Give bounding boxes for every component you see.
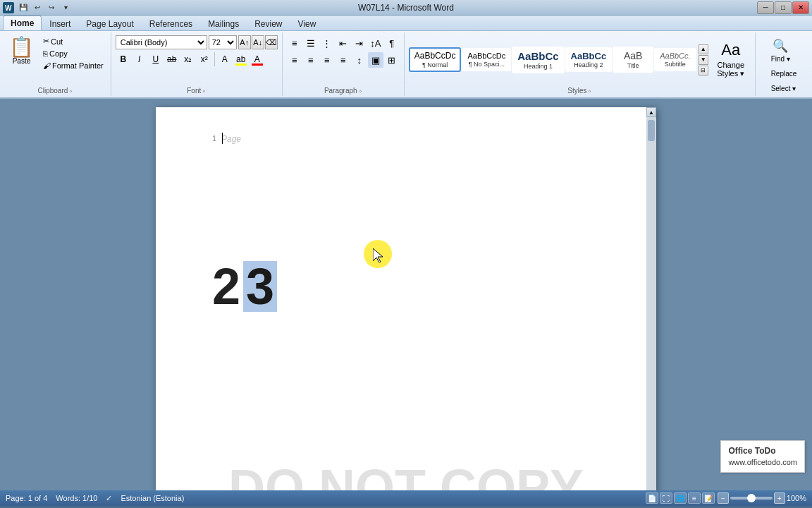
format-painter-button[interactable]: 🖌 Format Painter xyxy=(40,60,106,71)
font-color-button[interactable]: A xyxy=(250,52,265,67)
styles-expand-icon[interactable]: ⬦ xyxy=(588,87,591,94)
subscript-button[interactable]: x₂ xyxy=(180,52,196,67)
text-effects-button[interactable]: A xyxy=(217,52,233,67)
style-normal[interactable]: AaBbCcDc ¶ Normal xyxy=(409,47,462,71)
font-size-select[interactable]: 72 xyxy=(209,35,237,49)
scroll-up-arrow[interactable]: ▲ xyxy=(646,107,656,117)
scroll-thumb[interactable] xyxy=(648,120,655,141)
paste-button[interactable]: 📋 Paste xyxy=(4,35,39,67)
clipboard-group: 📋 Paste ✂ Cut ⎘ Copy 🖌 Format Painter C xyxy=(0,32,111,96)
language-indicator[interactable]: Estonian (Estonia) xyxy=(121,494,184,502)
cut-button[interactable]: ✂ Cut xyxy=(40,35,106,47)
bold-button[interactable]: B xyxy=(116,52,131,67)
tab-insert[interactable]: Insert xyxy=(42,16,78,30)
style-h1-preview: AaBbCc xyxy=(517,50,558,63)
zoom-slider[interactable] xyxy=(730,497,773,500)
close-button[interactable]: ✕ xyxy=(792,1,809,14)
titlebar: W 💾 ↩ ↪ ▾ W07L14 - Microsoft Word ─ □ ✕ xyxy=(0,0,812,16)
maximize-button[interactable]: □ xyxy=(775,1,792,14)
multilevel-list-button[interactable]: ⋮ xyxy=(319,35,335,51)
font-size-adjust: A↑ A↓ ⌫ xyxy=(238,35,278,49)
scrollbar-vertical[interactable]: ▲ ▼ xyxy=(646,107,656,490)
document-area: 1 Page 2 3 DO NOT COPY ▲ ▼ Office ToDo xyxy=(0,99,812,490)
save-button[interactable]: 💾 xyxy=(17,2,30,13)
paragraph-expand-icon[interactable]: ⬦ xyxy=(359,87,362,94)
tab-view[interactable]: View xyxy=(290,16,324,30)
shading-button[interactable]: ▣ xyxy=(368,52,383,68)
proofing-check-icon: ✓ xyxy=(106,494,112,503)
justify-button[interactable]: ≡ xyxy=(336,52,351,68)
clipboard-expand-icon[interactable]: ⬦ xyxy=(69,87,73,94)
clipboard-small-buttons: ✂ Cut ⎘ Copy 🖌 Format Painter xyxy=(40,35,106,71)
styles-group: AaBbCcDc ¶ Normal AaBbCcDc ¶ No Spaci...… xyxy=(405,32,756,96)
copy-button[interactable]: ⎘ Copy xyxy=(40,48,106,59)
copy-icon: ⎘ xyxy=(43,49,48,58)
zoom-out-button[interactable]: − xyxy=(718,492,729,504)
styles-scroll-up[interactable]: ▲ xyxy=(699,44,708,54)
italic-button[interactable]: I xyxy=(132,52,147,67)
web-layout-view-button[interactable]: 🌐 xyxy=(674,492,687,504)
align-right-button[interactable]: ≡ xyxy=(319,52,335,68)
font-expand-icon[interactable]: ⬦ xyxy=(202,87,206,94)
tab-review[interactable]: Review xyxy=(247,16,290,30)
document-page[interactable]: 1 Page 2 3 DO NOT COPY ▲ ▼ xyxy=(156,107,656,490)
decrease-font-button[interactable]: A↓ xyxy=(252,35,264,49)
zoom-in-button[interactable]: + xyxy=(774,492,785,504)
increase-indent-button[interactable]: ⇥ xyxy=(352,35,367,51)
styles-scroll-more[interactable]: ⊟ xyxy=(699,66,708,75)
clipboard-label: Clipboard ⬦ xyxy=(3,87,108,95)
office-todo-box: Office ToDo www.officetodo.com xyxy=(720,440,805,473)
page-info[interactable]: Page: 1 of 4 xyxy=(6,494,47,502)
find-button[interactable]: 🔍 Find ▾ xyxy=(766,35,795,66)
full-screen-view-button[interactable]: ⛶ xyxy=(660,492,672,504)
style-subtitle[interactable]: AaBbCc. Subtitle xyxy=(654,48,696,71)
word-count[interactable]: Words: 1/10 xyxy=(56,494,97,502)
style-title[interactable]: AaB Title xyxy=(613,47,653,73)
minimize-button[interactable]: ─ xyxy=(757,1,774,14)
style-heading1[interactable]: AaBbCc Heading 1 xyxy=(512,47,564,73)
zoom-controls: − + 100% xyxy=(718,492,806,504)
draft-view-button[interactable]: 📝 xyxy=(702,492,715,504)
tab-page-layout[interactable]: Page Layout xyxy=(78,16,141,30)
font-color-bar xyxy=(252,64,263,66)
line-spacing-button[interactable]: ↕ xyxy=(352,52,367,68)
underline-button[interactable]: U xyxy=(148,52,164,67)
style-nospacing[interactable]: AaBbCcDc ¶ No Spaci... xyxy=(462,48,511,71)
numbered-list-button[interactable]: ☰ xyxy=(303,35,319,51)
undo-button[interactable]: ↩ xyxy=(31,2,44,13)
align-center-button[interactable]: ≡ xyxy=(303,52,319,68)
format-painter-label: Format Painter xyxy=(52,61,104,70)
show-formatting-button[interactable]: ¶ xyxy=(384,35,400,51)
styles-label: Styles ⬦ xyxy=(407,87,752,95)
font-color-text: A xyxy=(254,54,260,64)
styles-content: AaBbCcDc ¶ Normal AaBbCcDc ¶ No Spaci...… xyxy=(407,34,752,85)
print-layout-view-button[interactable]: 📄 xyxy=(646,492,658,504)
redo-button[interactable]: ↪ xyxy=(45,2,58,13)
decrease-indent-button[interactable]: ⇤ xyxy=(336,35,351,51)
style-h2-preview: AaBbCc xyxy=(571,51,607,62)
font-name-select[interactable]: Calibri (Body) xyxy=(116,35,207,49)
tab-references[interactable]: References xyxy=(142,16,200,30)
bullet-list-button[interactable]: ≡ xyxy=(287,35,302,51)
outline-view-button[interactable]: ≡ xyxy=(688,492,701,504)
styles-scroll-down[interactable]: ▼ xyxy=(699,55,708,65)
sort-button[interactable]: ↕A xyxy=(368,35,383,51)
tab-mailings[interactable]: Mailings xyxy=(200,16,247,30)
clear-format-button[interactable]: ⌫ xyxy=(265,35,278,49)
select-button[interactable]: Select ▾ xyxy=(766,82,801,95)
replace-button[interactable]: Replace xyxy=(766,67,802,80)
style-heading2[interactable]: AaBbCc Heading 2 xyxy=(565,47,613,73)
zoom-slider-thumb[interactable] xyxy=(747,494,756,502)
customize-qa-button[interactable]: ▾ xyxy=(59,2,72,13)
highlight-color-button[interactable]: ab xyxy=(233,52,249,67)
change-styles-button[interactable]: Aa Change Styles ▾ xyxy=(711,37,751,82)
cursor-highlight xyxy=(364,240,392,268)
increase-font-button[interactable]: A↑ xyxy=(238,35,251,49)
align-left-button[interactable]: ≡ xyxy=(287,52,302,68)
office-todo-url: www.officetodo.com xyxy=(728,457,797,468)
tab-home[interactable]: Home xyxy=(3,16,42,30)
strikethrough-button[interactable]: ab xyxy=(164,52,180,67)
superscript-button[interactable]: x² xyxy=(197,52,212,67)
borders-button[interactable]: ⊞ xyxy=(384,52,400,68)
text-cursor-area: Page xyxy=(221,134,241,144)
